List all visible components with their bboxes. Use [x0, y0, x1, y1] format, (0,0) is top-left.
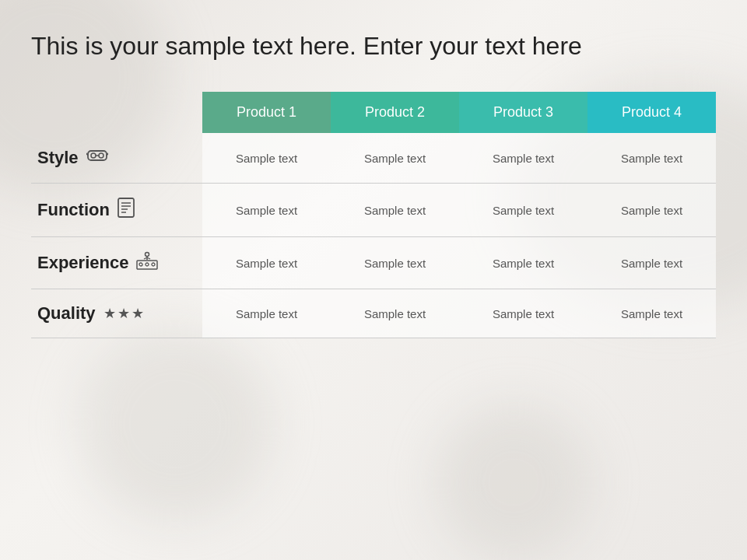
svg-rect-11	[137, 261, 157, 269]
svg-point-2	[99, 153, 103, 158]
row-function: Function	[31, 184, 716, 237]
cell-quality-3: Sample text	[459, 289, 587, 338]
header-empty-cell	[31, 92, 202, 133]
row-style: Style	[31, 133, 716, 184]
header-product-2: Product 2	[331, 92, 459, 133]
style-icon	[86, 147, 108, 169]
cell-experience-1: Sample text	[202, 237, 331, 289]
svg-point-1	[91, 153, 96, 158]
row-label-experience: Experience	[31, 237, 202, 289]
header-product-3: Product 3	[459, 92, 587, 133]
svg-point-15	[146, 253, 149, 257]
cell-function-3: Sample text	[459, 184, 587, 237]
page-title: This is your sample text here. Enter you…	[31, 31, 716, 61]
cell-style-1: Sample text	[202, 133, 331, 184]
cell-style-4: Sample text	[587, 133, 716, 184]
cell-experience-4: Sample text	[587, 237, 716, 289]
row-label-quality: Quality ★★★	[31, 289, 202, 338]
header-product-4: Product 4	[587, 92, 716, 133]
header-product-1: Product 1	[202, 92, 331, 133]
cell-style-2: Sample text	[331, 133, 459, 184]
comparison-table: Product 1 Product 2 Product 3 Product 4 …	[31, 92, 716, 338]
cell-quality-1: Sample text	[202, 289, 331, 338]
svg-rect-6	[118, 198, 134, 217]
row-label-style: Style	[31, 133, 202, 184]
svg-point-14	[152, 263, 155, 266]
cell-quality-2: Sample text	[331, 289, 459, 338]
row-experience: Experience	[31, 237, 716, 289]
cell-experience-2: Sample text	[331, 237, 459, 289]
function-icon	[117, 198, 135, 222]
svg-point-13	[146, 263, 149, 266]
cell-quality-4: Sample text	[587, 289, 716, 338]
experience-icon	[136, 251, 158, 275]
cell-function-2: Sample text	[331, 184, 459, 237]
cell-experience-3: Sample text	[459, 237, 587, 289]
cell-function-4: Sample text	[587, 184, 716, 237]
row-label-function: Function	[31, 184, 202, 237]
quality-icon: ★★★	[103, 305, 146, 322]
row-quality: Quality ★★★ Sample text Sample text Samp…	[31, 289, 716, 338]
svg-point-12	[139, 263, 142, 266]
cell-function-1: Sample text	[202, 184, 331, 237]
cell-style-3: Sample text	[459, 133, 587, 184]
